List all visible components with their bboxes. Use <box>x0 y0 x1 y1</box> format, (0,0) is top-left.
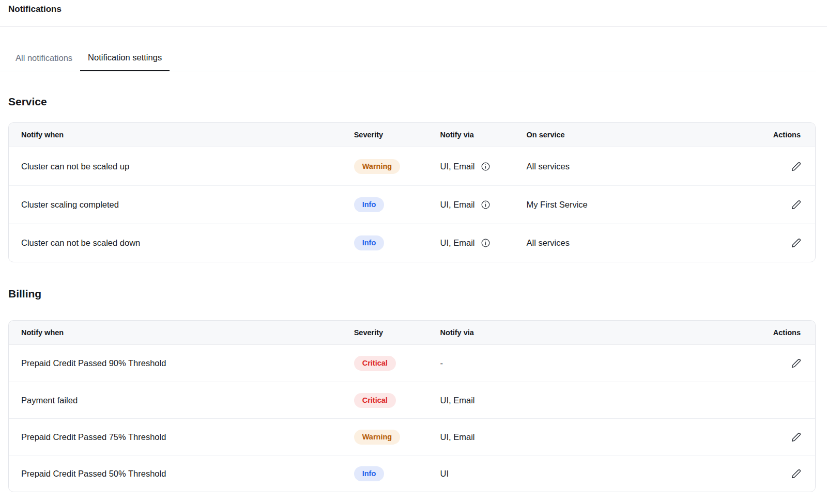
severity-badge: Info <box>354 235 385 250</box>
tab-all-notifications[interactable]: All notifications <box>8 44 80 71</box>
tabs-bar: All notifications Notification settings <box>0 44 816 71</box>
column-header-on-service: On service <box>526 123 753 147</box>
severity-cell: Warning <box>354 147 440 185</box>
severity-cell: Critical <box>354 382 440 418</box>
notification-row: Prepaid Credit Passed 50% ThresholdInfoU… <box>9 455 815 492</box>
severity-cell: Info <box>354 455 440 492</box>
pencil-icon <box>791 432 801 442</box>
notify-when-cell: Cluster can not be scaled up <box>9 147 354 185</box>
service-table: Notify whenSeverityNotify viaOn serviceA… <box>8 122 816 262</box>
notify-when-cell: Prepaid Credit Passed 50% Threshold <box>9 455 354 492</box>
notify-via-cell: UI, Email <box>440 185 527 224</box>
edit-button[interactable] <box>788 356 804 371</box>
column-header-severity: Severity <box>354 123 440 147</box>
severity-badge: Critical <box>354 393 396 408</box>
severity-badge: Warning <box>354 430 400 445</box>
notification-row: Cluster scaling completedInfoUI, EmailMy… <box>9 185 815 224</box>
actions-cell <box>753 185 815 224</box>
on-service-cell: All services <box>526 224 753 262</box>
severity-badge: Info <box>354 197 385 212</box>
severity-cell: Warning <box>354 418 440 455</box>
actions-cell <box>753 418 815 455</box>
info-circle-icon <box>481 162 491 171</box>
notify-via-cell: - <box>440 345 753 382</box>
edit-button[interactable] <box>788 197 804 213</box>
notify-via-text: UI, Email <box>440 396 475 405</box>
notify-via-text: UI, Email <box>440 432 475 442</box>
info-circle-icon <box>481 238 491 248</box>
header-row: Notify whenSeverityNotify viaOn serviceA… <box>9 123 815 147</box>
notification-row: Prepaid Credit Passed 75% ThresholdWarni… <box>9 418 815 455</box>
notify-when-cell: Cluster scaling completed <box>9 185 354 224</box>
info-icon[interactable] <box>481 238 491 248</box>
notify-when-cell: Payment failed <box>9 382 354 418</box>
info-icon[interactable] <box>481 162 491 171</box>
billing-table: Notify whenSeverityNotify viaActionsPrep… <box>8 320 816 492</box>
pencil-icon <box>791 358 801 368</box>
actions-cell <box>753 147 815 185</box>
page-header: Notifications <box>0 0 827 27</box>
edit-button[interactable] <box>788 235 804 251</box>
info-circle-icon <box>481 200 491 210</box>
severity-cell: Critical <box>354 345 440 382</box>
tab-notification-settings[interactable]: Notification settings <box>80 44 170 71</box>
severity-cell: Info <box>354 185 440 224</box>
column-header-actions: Actions <box>753 123 815 147</box>
pencil-icon <box>791 162 801 171</box>
header-row: Notify whenSeverityNotify viaActions <box>9 321 815 345</box>
column-header-notify-via: Notify via <box>440 321 753 345</box>
column-header-notify-via: Notify via <box>440 123 527 147</box>
notify-via-cell: UI, Email <box>440 224 527 262</box>
actions-cell <box>753 382 815 418</box>
billing-section: Billing Notify whenSeverityNotify viaAct… <box>0 288 827 492</box>
column-header-actions: Actions <box>753 321 815 345</box>
notify-via-text: UI <box>440 469 449 479</box>
info-icon[interactable] <box>481 200 491 210</box>
column-header-severity: Severity <box>354 321 440 345</box>
column-header-notify-when: Notify when <box>9 123 354 147</box>
pencil-icon <box>791 469 801 479</box>
notification-row: Cluster can not be scaled upWarningUI, E… <box>9 147 815 185</box>
column-header-notify-when: Notify when <box>9 321 354 345</box>
notify-when-cell: Prepaid Credit Passed 90% Threshold <box>9 345 354 382</box>
on-service-cell: My First Service <box>526 185 753 224</box>
notify-via-cell: UI, Email <box>440 418 753 455</box>
notify-via-text: UI, Email <box>440 200 475 210</box>
notification-row: Prepaid Credit Passed 90% ThresholdCriti… <box>9 345 815 382</box>
pencil-icon <box>791 200 801 210</box>
edit-button[interactable] <box>788 429 804 445</box>
severity-cell: Info <box>354 224 440 262</box>
notify-via-text: UI, Email <box>440 162 475 171</box>
notify-via-cell: UI, Email <box>440 147 527 185</box>
edit-button[interactable] <box>788 159 804 174</box>
service-section: Service Notify whenSeverityNotify viaOn … <box>0 96 827 262</box>
pencil-icon <box>791 238 801 248</box>
section-heading-service: Service <box>8 96 827 108</box>
notify-when-cell: Prepaid Credit Passed 75% Threshold <box>9 418 354 455</box>
notify-via-text: UI, Email <box>440 238 475 248</box>
severity-badge: Info <box>354 466 385 481</box>
notify-via-cell: UI, Email <box>440 382 753 418</box>
edit-button[interactable] <box>788 466 804 481</box>
notify-when-cell: Cluster can not be scaled down <box>9 224 354 262</box>
notify-via-cell: UI <box>440 455 753 492</box>
notification-row: Cluster can not be scaled downInfoUI, Em… <box>9 224 815 262</box>
severity-badge: Warning <box>354 159 400 174</box>
severity-badge: Critical <box>354 356 396 371</box>
on-service-cell: All services <box>526 147 753 185</box>
page-title: Notifications <box>8 4 819 15</box>
actions-cell <box>753 455 815 492</box>
actions-cell <box>753 345 815 382</box>
notification-row: Payment failedCriticalUI, Email <box>9 382 815 418</box>
notify-via-text: - <box>440 358 443 368</box>
section-heading-billing: Billing <box>8 288 827 300</box>
actions-cell <box>753 224 815 262</box>
